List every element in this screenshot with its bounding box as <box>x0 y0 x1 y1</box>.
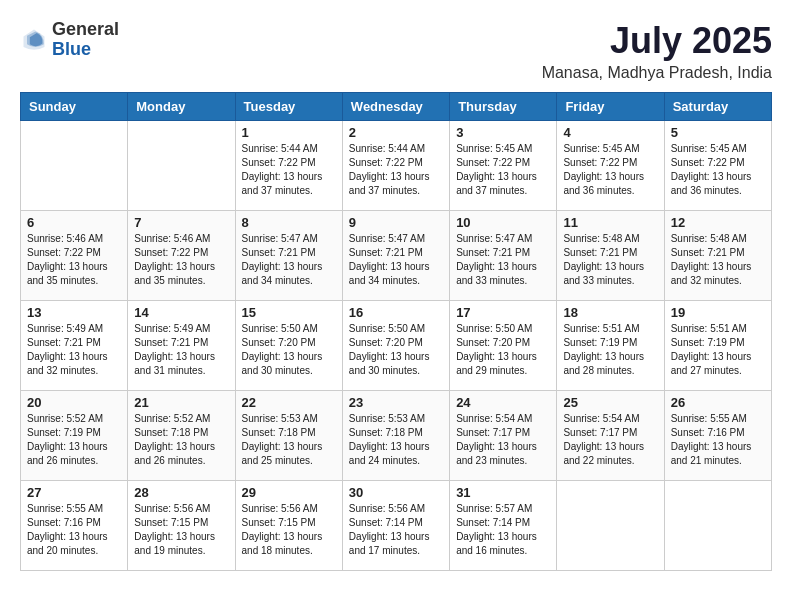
day-number: 29 <box>242 485 336 500</box>
page-header: General Blue July 2025 Manasa, Madhya Pr… <box>20 20 772 82</box>
day-info: Sunrise: 5:45 AMSunset: 7:22 PMDaylight:… <box>456 142 550 198</box>
day-number: 24 <box>456 395 550 410</box>
calendar-cell <box>21 121 128 211</box>
day-info: Sunrise: 5:51 AMSunset: 7:19 PMDaylight:… <box>671 322 765 378</box>
day-info: Sunrise: 5:54 AMSunset: 7:17 PMDaylight:… <box>563 412 657 468</box>
calendar-header-row: Sunday Monday Tuesday Wednesday Thursday… <box>21 93 772 121</box>
day-number: 17 <box>456 305 550 320</box>
calendar-week-5: 27Sunrise: 5:55 AMSunset: 7:16 PMDayligh… <box>21 481 772 571</box>
calendar-cell: 4Sunrise: 5:45 AMSunset: 7:22 PMDaylight… <box>557 121 664 211</box>
day-number: 16 <box>349 305 443 320</box>
calendar-week-2: 6Sunrise: 5:46 AMSunset: 7:22 PMDaylight… <box>21 211 772 301</box>
day-number: 15 <box>242 305 336 320</box>
col-wednesday: Wednesday <box>342 93 449 121</box>
day-info: Sunrise: 5:44 AMSunset: 7:22 PMDaylight:… <box>242 142 336 198</box>
day-info: Sunrise: 5:52 AMSunset: 7:19 PMDaylight:… <box>27 412 121 468</box>
day-number: 19 <box>671 305 765 320</box>
calendar-cell: 3Sunrise: 5:45 AMSunset: 7:22 PMDaylight… <box>450 121 557 211</box>
day-number: 23 <box>349 395 443 410</box>
calendar-cell: 30Sunrise: 5:56 AMSunset: 7:14 PMDayligh… <box>342 481 449 571</box>
month-title: July 2025 <box>542 20 772 62</box>
logo-text: General Blue <box>52 20 119 60</box>
logo-general: General <box>52 20 119 40</box>
day-number: 5 <box>671 125 765 140</box>
calendar-cell: 28Sunrise: 5:56 AMSunset: 7:15 PMDayligh… <box>128 481 235 571</box>
calendar-cell: 5Sunrise: 5:45 AMSunset: 7:22 PMDaylight… <box>664 121 771 211</box>
day-number: 10 <box>456 215 550 230</box>
location-title: Manasa, Madhya Pradesh, India <box>542 64 772 82</box>
calendar-cell: 14Sunrise: 5:49 AMSunset: 7:21 PMDayligh… <box>128 301 235 391</box>
day-number: 7 <box>134 215 228 230</box>
calendar-cell: 19Sunrise: 5:51 AMSunset: 7:19 PMDayligh… <box>664 301 771 391</box>
day-number: 22 <box>242 395 336 410</box>
day-number: 8 <box>242 215 336 230</box>
calendar-cell: 29Sunrise: 5:56 AMSunset: 7:15 PMDayligh… <box>235 481 342 571</box>
col-sunday: Sunday <box>21 93 128 121</box>
day-info: Sunrise: 5:48 AMSunset: 7:21 PMDaylight:… <box>671 232 765 288</box>
calendar-cell: 18Sunrise: 5:51 AMSunset: 7:19 PMDayligh… <box>557 301 664 391</box>
day-number: 26 <box>671 395 765 410</box>
day-info: Sunrise: 5:48 AMSunset: 7:21 PMDaylight:… <box>563 232 657 288</box>
calendar-cell: 15Sunrise: 5:50 AMSunset: 7:20 PMDayligh… <box>235 301 342 391</box>
day-info: Sunrise: 5:50 AMSunset: 7:20 PMDaylight:… <box>456 322 550 378</box>
calendar-week-4: 20Sunrise: 5:52 AMSunset: 7:19 PMDayligh… <box>21 391 772 481</box>
calendar-week-1: 1Sunrise: 5:44 AMSunset: 7:22 PMDaylight… <box>21 121 772 211</box>
calendar-cell: 2Sunrise: 5:44 AMSunset: 7:22 PMDaylight… <box>342 121 449 211</box>
day-info: Sunrise: 5:45 AMSunset: 7:22 PMDaylight:… <box>671 142 765 198</box>
calendar-cell: 25Sunrise: 5:54 AMSunset: 7:17 PMDayligh… <box>557 391 664 481</box>
day-info: Sunrise: 5:49 AMSunset: 7:21 PMDaylight:… <box>134 322 228 378</box>
day-number: 21 <box>134 395 228 410</box>
logo-icon <box>20 26 48 54</box>
col-friday: Friday <box>557 93 664 121</box>
calendar-cell: 20Sunrise: 5:52 AMSunset: 7:19 PMDayligh… <box>21 391 128 481</box>
title-block: July 2025 Manasa, Madhya Pradesh, India <box>542 20 772 82</box>
day-number: 25 <box>563 395 657 410</box>
calendar-cell <box>128 121 235 211</box>
day-info: Sunrise: 5:56 AMSunset: 7:15 PMDaylight:… <box>242 502 336 558</box>
day-number: 30 <box>349 485 443 500</box>
day-info: Sunrise: 5:46 AMSunset: 7:22 PMDaylight:… <box>27 232 121 288</box>
col-thursday: Thursday <box>450 93 557 121</box>
day-number: 4 <box>563 125 657 140</box>
day-number: 28 <box>134 485 228 500</box>
calendar-cell: 22Sunrise: 5:53 AMSunset: 7:18 PMDayligh… <box>235 391 342 481</box>
logo-blue: Blue <box>52 40 119 60</box>
calendar-cell: 7Sunrise: 5:46 AMSunset: 7:22 PMDaylight… <box>128 211 235 301</box>
day-info: Sunrise: 5:52 AMSunset: 7:18 PMDaylight:… <box>134 412 228 468</box>
calendar-cell: 1Sunrise: 5:44 AMSunset: 7:22 PMDaylight… <box>235 121 342 211</box>
day-info: Sunrise: 5:46 AMSunset: 7:22 PMDaylight:… <box>134 232 228 288</box>
day-number: 9 <box>349 215 443 230</box>
calendar-cell: 13Sunrise: 5:49 AMSunset: 7:21 PMDayligh… <box>21 301 128 391</box>
calendar-cell: 12Sunrise: 5:48 AMSunset: 7:21 PMDayligh… <box>664 211 771 301</box>
day-info: Sunrise: 5:55 AMSunset: 7:16 PMDaylight:… <box>27 502 121 558</box>
calendar-week-3: 13Sunrise: 5:49 AMSunset: 7:21 PMDayligh… <box>21 301 772 391</box>
day-info: Sunrise: 5:55 AMSunset: 7:16 PMDaylight:… <box>671 412 765 468</box>
day-number: 20 <box>27 395 121 410</box>
day-info: Sunrise: 5:57 AMSunset: 7:14 PMDaylight:… <box>456 502 550 558</box>
calendar-cell <box>557 481 664 571</box>
calendar-table: Sunday Monday Tuesday Wednesday Thursday… <box>20 92 772 571</box>
day-number: 18 <box>563 305 657 320</box>
day-number: 12 <box>671 215 765 230</box>
calendar-cell: 31Sunrise: 5:57 AMSunset: 7:14 PMDayligh… <box>450 481 557 571</box>
col-monday: Monday <box>128 93 235 121</box>
calendar-cell: 17Sunrise: 5:50 AMSunset: 7:20 PMDayligh… <box>450 301 557 391</box>
day-info: Sunrise: 5:47 AMSunset: 7:21 PMDaylight:… <box>456 232 550 288</box>
day-info: Sunrise: 5:44 AMSunset: 7:22 PMDaylight:… <box>349 142 443 198</box>
calendar-cell <box>664 481 771 571</box>
day-number: 6 <box>27 215 121 230</box>
day-number: 3 <box>456 125 550 140</box>
day-info: Sunrise: 5:54 AMSunset: 7:17 PMDaylight:… <box>456 412 550 468</box>
calendar-cell: 11Sunrise: 5:48 AMSunset: 7:21 PMDayligh… <box>557 211 664 301</box>
day-info: Sunrise: 5:47 AMSunset: 7:21 PMDaylight:… <box>349 232 443 288</box>
day-number: 2 <box>349 125 443 140</box>
calendar-cell: 6Sunrise: 5:46 AMSunset: 7:22 PMDaylight… <box>21 211 128 301</box>
calendar-cell: 9Sunrise: 5:47 AMSunset: 7:21 PMDaylight… <box>342 211 449 301</box>
logo: General Blue <box>20 20 119 60</box>
day-info: Sunrise: 5:50 AMSunset: 7:20 PMDaylight:… <box>349 322 443 378</box>
calendar-cell: 27Sunrise: 5:55 AMSunset: 7:16 PMDayligh… <box>21 481 128 571</box>
calendar-cell: 24Sunrise: 5:54 AMSunset: 7:17 PMDayligh… <box>450 391 557 481</box>
calendar-cell: 10Sunrise: 5:47 AMSunset: 7:21 PMDayligh… <box>450 211 557 301</box>
col-saturday: Saturday <box>664 93 771 121</box>
calendar-cell: 8Sunrise: 5:47 AMSunset: 7:21 PMDaylight… <box>235 211 342 301</box>
